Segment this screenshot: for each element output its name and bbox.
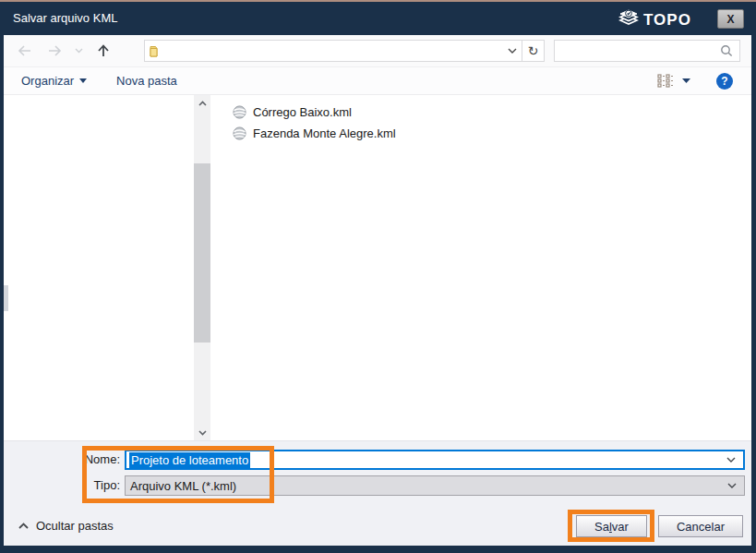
organize-button[interactable]: Organizar — [21, 74, 87, 88]
views-icon — [657, 74, 674, 88]
recent-locations-button[interactable] — [72, 40, 85, 62]
forward-arrow-icon — [47, 45, 62, 56]
change-view-button[interactable] — [657, 74, 690, 88]
name-field-label: Nome: — [55, 452, 120, 466]
command-toolbar: Organizar Nova pasta — [4, 67, 751, 95]
dialog-title: Salvar arquivo KML — [13, 11, 117, 25]
forward-button[interactable] — [42, 40, 66, 62]
bottom-panel: Nome: Projeto de loteamento Tipo: Arquiv… — [4, 440, 751, 546]
cancel-button-label: Cancelar — [677, 520, 725, 534]
save-button-label: Salvar — [594, 520, 629, 534]
back-arrow-icon — [18, 45, 32, 56]
save-dialog-window: Salvar arquivo KML TOPO X — [0, 0, 756, 553]
new-folder-button[interactable]: Nova pasta — [116, 74, 177, 88]
scroll-down-button[interactable] — [194, 425, 210, 440]
cancel-button[interactable]: Cancelar — [658, 515, 743, 537]
up-button[interactable] — [90, 40, 116, 62]
file-type-select[interactable]: Arquivo KML (*.kml) — [125, 475, 745, 496]
chevron-up-icon — [18, 523, 29, 529]
scroll-up-button[interactable] — [194, 95, 210, 111]
address-bar[interactable] — [144, 40, 522, 62]
close-icon: X — [726, 13, 734, 26]
search-icon — [720, 44, 733, 57]
chevron-down-icon — [75, 48, 83, 54]
file-name-value: Projeto de loteamento — [129, 452, 250, 468]
chevron-down-icon — [198, 430, 207, 436]
kml-globe-icon — [233, 105, 246, 119]
type-field-label: Tipo: — [55, 478, 120, 492]
chevron-down-icon — [726, 457, 736, 463]
topo-logo: TOPO — [617, 7, 691, 33]
help-icon: ? — [721, 75, 727, 88]
file-name-input[interactable]: Projeto de loteamento — [125, 450, 745, 470]
file-name: Córrego Baixo.kml — [253, 105, 352, 119]
file-item[interactable]: Córrego Baixo.kml — [233, 102, 396, 123]
help-button[interactable]: ? — [716, 73, 733, 90]
file-item[interactable]: Fazenda Monte Alegre.kml — [233, 123, 396, 144]
organize-label: Organizar — [21, 74, 74, 88]
file-browser-area: Córrego Baixo.kml Fazenda Monte Alegre.k… — [4, 95, 751, 440]
file-type-value: Arquivo KML (*.kml) — [130, 479, 236, 493]
refresh-icon: ↻ — [528, 43, 539, 58]
close-button[interactable]: X — [717, 9, 744, 29]
kml-globe-icon — [233, 126, 246, 140]
chevron-up-icon — [198, 101, 207, 106]
save-button[interactable]: Salvar — [576, 515, 647, 537]
file-list: Córrego Baixo.kml Fazenda Monte Alegre.k… — [233, 102, 396, 144]
topo-logo-text: TOPO — [643, 11, 691, 30]
search-input[interactable] — [555, 40, 720, 62]
file-name: Fazenda Monte Alegre.kml — [253, 126, 396, 140]
caret-down-icon — [79, 78, 87, 83]
up-arrow-icon — [97, 44, 110, 57]
navigation-pane-scrollbar[interactable] — [194, 95, 210, 440]
hide-folders-label: Ocultar pastas — [36, 519, 114, 533]
hide-folders-button[interactable]: Ocultar pastas — [18, 519, 114, 533]
back-button[interactable] — [13, 40, 37, 62]
refresh-button[interactable]: ↻ — [522, 40, 545, 62]
caret-down-icon — [682, 78, 690, 83]
chevron-down-icon — [727, 483, 737, 488]
navigation-bar: ↻ — [4, 35, 751, 67]
address-dropdown-chevron-icon — [508, 48, 517, 54]
topo-logo-icon — [617, 7, 641, 33]
new-folder-label: Nova pasta — [116, 74, 177, 88]
left-pane-scroll-artifact — [4, 285, 8, 311]
title-bar: Salvar arquivo KML TOPO X — [0, 2, 756, 35]
folder-icon — [150, 44, 165, 57]
search-box — [554, 40, 740, 62]
scrollbar-thumb[interactable] — [194, 163, 210, 343]
dialog-body: ↻ Organizar No — [0, 35, 756, 553]
